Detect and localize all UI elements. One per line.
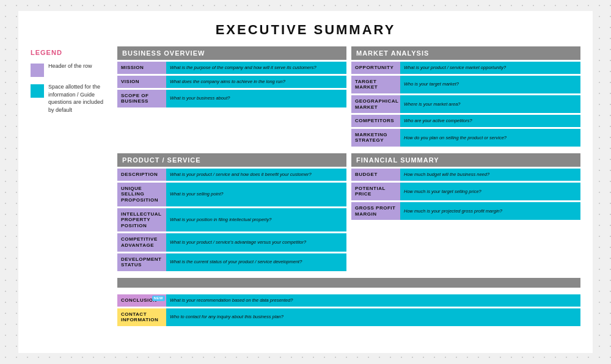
new-badge: NEW	[152, 296, 166, 301]
label-geo-market: GEOGRAPHICAL MARKET	[351, 95, 400, 113]
content-conclusion: What is your recommendation based on the…	[166, 294, 580, 307]
content-ip: What is your position in filing intellec…	[166, 208, 346, 232]
legend-text-header: Header of the row	[48, 62, 92, 70]
row-mission: MISSION What is the purpose of the compa…	[117, 62, 346, 74]
content-competitors: Who are your active competitors?	[400, 115, 580, 127]
legend-text-space: Space allotted for the information / Gui…	[48, 83, 110, 114]
content-budget: How much budget will the business need?	[400, 169, 580, 181]
label-competitors: COMPETITORS	[351, 115, 400, 127]
content-competitive-advantage: What is your product / service's advanta…	[166, 233, 346, 251]
row-usp: UNIQUE SELLING PROPOSITION What is your …	[117, 183, 346, 206]
section-market-analysis: MARKET ANALYSIS OPPORTUNITY What is your…	[351, 46, 580, 148]
page-container: EXECUTIVE SUMMARY LEGEND Header of the r…	[18, 11, 593, 353]
label-gross-profit: GROSS PROFIT MARGIN	[351, 202, 400, 220]
legend: LEGEND Header of the row Space allotted …	[31, 46, 110, 328]
gray-spacer-bar	[117, 278, 580, 288]
content-opportunity: What is your product / service market op…	[400, 62, 580, 74]
legend-swatch-cyan	[31, 84, 44, 98]
row-conclusion: CONCLUSION NEW What is your recommendati…	[117, 294, 580, 307]
content-gross-profit: How much is your projected gross profit …	[400, 202, 580, 220]
label-potential-price: POTENTIAL PRICE	[351, 183, 400, 200]
label-description: DESCRIPTION	[117, 169, 166, 181]
label-conclusion: CONCLUSION NEW	[117, 294, 166, 307]
row-gross-profit: GROSS PROFIT MARGIN How much is your pro…	[351, 202, 580, 220]
row-budget: BUDGET How much budget will the business…	[351, 169, 580, 181]
row-competitors: COMPETITORS Who are your active competit…	[351, 115, 580, 127]
label-vision: VISION	[117, 76, 166, 88]
row-vision: VISION What does the company aims to ach…	[117, 76, 346, 88]
content-scope: What is your business about?	[166, 90, 346, 107]
label-usp: UNIQUE SELLING PROPOSITION	[117, 183, 166, 206]
label-competitive-advantage: COMPETITIVE ADVANTAGE	[117, 233, 166, 251]
section-header-market: MARKET ANALYSIS	[351, 46, 580, 60]
content-contact: Who to contact for any inquiry about thi…	[166, 308, 580, 326]
page-title: EXECUTIVE SUMMARY	[31, 22, 580, 38]
row-competitive-advantage: COMPETITIVE ADVANTAGE What is your produ…	[117, 233, 346, 251]
content-target-market: Who is your target market?	[400, 76, 580, 93]
row-scope: SCOPE OF BUSINESS What is your business …	[117, 90, 346, 107]
row-ip: INTELLECTUAL PROPERTY POSITION What is y…	[117, 208, 346, 232]
row-description: DESCRIPTION What is your product / servi…	[117, 169, 346, 181]
content-marketing-strategy: How do you plan on selling the product o…	[400, 129, 580, 147]
row-contact: CONTACT INFORMATION Who to contact for a…	[117, 308, 580, 326]
content-geo-market: Where is your market area?	[400, 95, 580, 113]
label-target-market: TARGET MARKET	[351, 76, 400, 93]
content-potential-price: How much is your target selling price?	[400, 183, 580, 200]
row-target-market: TARGET MARKET Who is your target market?	[351, 76, 580, 93]
row-geo-market: GEOGRAPHICAL MARKET Where is your market…	[351, 95, 580, 113]
label-opportunity: OPPORTUNITY	[351, 62, 400, 74]
top-two-col: BUSINESS OVERVIEW MISSION What is the pu…	[117, 46, 580, 148]
content-description: What is your product / service and how d…	[166, 169, 346, 181]
main-content: BUSINESS OVERVIEW MISSION What is the pu…	[117, 46, 580, 328]
content-usp: What is your selling point?	[166, 183, 346, 206]
bottom-two-col: PRODUCT / SERVICE DESCRIPTION What is yo…	[117, 153, 580, 273]
content-mission: What is the purpose of the company and h…	[166, 62, 346, 74]
legend-item-header: Header of the row	[31, 62, 110, 77]
row-potential-price: POTENTIAL PRICE How much is your target …	[351, 183, 580, 200]
content-dev-status: What is the current status of your produ…	[166, 253, 346, 271]
section-business-overview: BUSINESS OVERVIEW MISSION What is the pu…	[117, 46, 346, 148]
label-scope: SCOPE OF BUSINESS	[117, 90, 166, 107]
legend-swatch-purple	[31, 64, 44, 77]
row-marketing-strategy: MARKETING STRATEGY How do you plan on se…	[351, 129, 580, 147]
label-dev-status: DEVELOPMENT STATUS	[117, 253, 166, 271]
label-ip: INTELLECTUAL PROPERTY POSITION	[117, 208, 166, 232]
row-opportunity: OPPORTUNITY What is your product / servi…	[351, 62, 580, 74]
label-marketing-strategy: MARKETING STRATEGY	[351, 129, 400, 147]
label-budget: BUDGET	[351, 169, 400, 181]
label-mission: MISSION	[117, 62, 166, 74]
section-conclusion: CONCLUSION NEW What is your recommendati…	[117, 294, 580, 328]
section-product-service: PRODUCT / SERVICE DESCRIPTION What is yo…	[117, 153, 346, 273]
section-financial: FINANCIAL SUMMARY BUDGET How much budget…	[351, 153, 580, 273]
section-header-financial: FINANCIAL SUMMARY	[351, 153, 580, 167]
label-contact: CONTACT INFORMATION	[117, 308, 166, 326]
content-vision: What does the company aims to achieve in…	[166, 76, 346, 88]
row-dev-status: DEVELOPMENT STATUS What is the current s…	[117, 253, 346, 271]
legend-item-space: Space allotted for the information / Gui…	[31, 83, 110, 114]
section-header-business: BUSINESS OVERVIEW	[117, 46, 346, 60]
content-area: LEGEND Header of the row Space allotted …	[31, 46, 580, 328]
legend-title: LEGEND	[31, 49, 110, 56]
section-header-product: PRODUCT / SERVICE	[117, 153, 346, 167]
